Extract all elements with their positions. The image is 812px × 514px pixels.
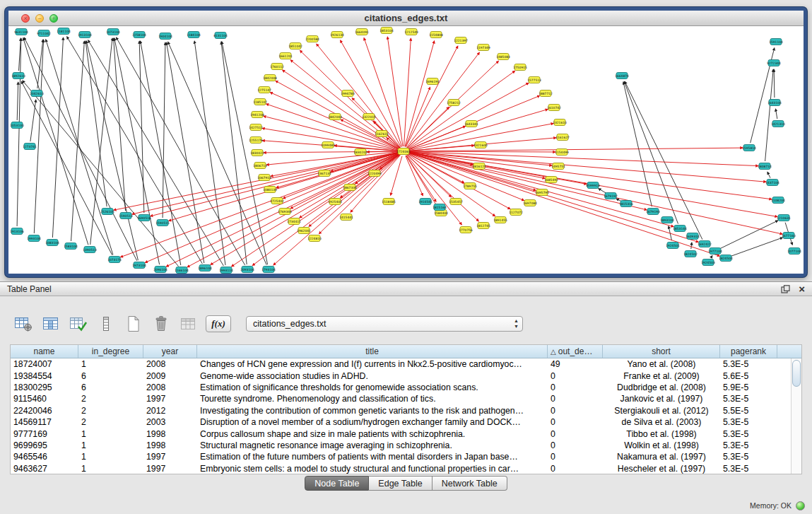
tab-edge-table[interactable]: Edge Table <box>369 476 432 491</box>
graph-node[interactable]: 1893104 <box>660 217 674 223</box>
graph-node[interactable]: 1595814 <box>742 145 756 151</box>
graph-node[interactable]: 1590513 <box>119 213 133 219</box>
table-cell-year[interactable]: 1998 <box>143 440 197 451</box>
table-cell-pagerank[interactable]: 5.3E-5 <box>720 463 777 474</box>
zoom-button[interactable]: + <box>49 14 58 23</box>
table-cell-short[interactable]: Jankovic et al. (1997) <box>603 393 720 404</box>
table-cell-year[interactable]: 2008 <box>143 358 197 370</box>
table-cell-title[interactable]: Changes of HCN gene expression and I(f) … <box>197 358 548 370</box>
table-cell-in_degree[interactable]: 1 <box>78 358 143 370</box>
graph-node[interactable]: 1067913 <box>257 175 271 181</box>
graph-node[interactable]: 1769344 <box>278 209 292 215</box>
graph-node[interactable]: 1816121 <box>472 163 486 170</box>
graph-node[interactable]: 8599913 <box>586 182 600 189</box>
graph-node[interactable]: 1770756 <box>459 227 473 233</box>
table-cell-year[interactable]: 1997 <box>143 393 197 404</box>
window-title-bar[interactable]: × − + citations_edges.txt <box>8 11 804 26</box>
close-button[interactable]: × <box>21 14 30 23</box>
table-cell-in_degree[interactable]: 6 <box>78 382 143 393</box>
table-scrollbar[interactable] <box>791 358 801 474</box>
graph-node[interactable]: 1750915 <box>513 64 527 71</box>
graph-node[interactable]: 1824502 <box>683 251 698 257</box>
export-table-button[interactable] <box>68 315 89 333</box>
table-cell-short[interactable]: Yano et al. (2008) <box>603 358 720 370</box>
graph-node[interactable]: 2096104 <box>153 267 167 273</box>
table-cell-out_degree[interactable]: 0 <box>548 416 603 428</box>
column-header-title[interactable]: title <box>197 345 548 358</box>
graph-node[interactable]: 1161627 <box>555 134 570 141</box>
table-row[interactable]: 1938455462009Genome-wide association stu… <box>11 370 790 381</box>
graph-node[interactable]: 1815164 <box>433 204 447 211</box>
table-cell-out_degree[interactable]: 0 <box>548 370 603 381</box>
tab-node-table[interactable]: Node Table <box>305 476 369 491</box>
graph-node[interactable]: 1610742 <box>547 105 561 111</box>
graph-node[interactable]: 1896104 <box>198 265 212 271</box>
graph-node[interactable]: 1679197 <box>604 193 618 199</box>
table-cell-pagerank[interactable]: 5.9E-5 <box>720 382 777 393</box>
table-cell-pagerank[interactable]: 5.3E-5 <box>720 428 777 439</box>
table-cell-name[interactable]: 14569117 <box>11 416 78 428</box>
table-settings-button[interactable] <box>13 315 34 333</box>
graph-node[interactable]: 1793104 <box>261 267 276 273</box>
table-cell-pagerank[interactable]: 5.6E-5 <box>720 370 777 381</box>
table-row[interactable]: 977716911998Corpus callosum shape and si… <box>11 428 790 439</box>
column-header-out_degree[interactable]: △out_de… <box>548 345 603 358</box>
graph-node[interactable]: 1789755 <box>463 183 477 189</box>
network-canvas[interactable]: 1724061185104216612011760112184200812751… <box>8 26 804 274</box>
graph-node[interactable]: 1185107 <box>253 99 267 105</box>
column-header-pagerank[interactable]: pagerank <box>720 345 777 358</box>
graph-node[interactable]: 1913106 <box>10 228 24 235</box>
graph-node[interactable]: 1224810 <box>307 235 322 242</box>
graph-node[interactable]: 2042610 <box>30 90 44 97</box>
table-cell-in_degree[interactable]: 1 <box>78 451 143 462</box>
table-cell-name[interactable]: 18300295 <box>11 382 78 393</box>
table-cell-short[interactable]: de Silva et al. (2003) <box>603 416 720 428</box>
graph-node[interactable]: 1853104 <box>379 28 394 34</box>
table-cell-title[interactable]: Estimation of significance thresholds fo… <box>197 382 548 393</box>
column-header-name[interactable]: name <box>11 345 78 358</box>
graph-node[interactable]: 1495751 <box>551 163 565 170</box>
table-cell-title[interactable]: Genome-wide association studies in ADHD. <box>197 370 548 381</box>
graph-node[interactable]: 1815316 <box>619 201 633 207</box>
graph-node[interactable]: 1824504 <box>719 255 733 262</box>
table-cell-short[interactable]: Franke et al. (2009) <box>603 370 720 381</box>
graph-node[interactable]: 1221397 <box>454 37 468 44</box>
graph-node[interactable]: 1734411 <box>287 218 301 225</box>
table-cell-year[interactable]: 1997 <box>143 451 197 462</box>
delete-table-button[interactable] <box>151 315 172 333</box>
graph-node[interactable]: 1590515 <box>155 220 170 226</box>
graph-node[interactable]: 1275147 <box>257 87 271 93</box>
graph-node[interactable]: 1830202 <box>353 149 367 156</box>
table-cell-year[interactable]: 2012 <box>143 405 197 416</box>
table-cell-out_degree[interactable]: 0 <box>548 440 603 451</box>
graph-node[interactable]: 9631104 <box>14 29 28 35</box>
table-cell-in_degree[interactable]: 2 <box>78 405 143 416</box>
graph-node[interactable]: 1535457 <box>449 199 463 205</box>
graph-node[interactable]: 1941208 <box>250 112 264 118</box>
create-table-button[interactable] <box>123 315 144 333</box>
graph-node[interactable]: 1696191 <box>425 78 440 85</box>
graph-node[interactable]: 1162615 <box>375 131 389 137</box>
graph-node[interactable]: 1421310 <box>771 121 785 127</box>
graph-node[interactable]: 1924503 <box>701 259 715 266</box>
graph-node[interactable]: 1643341 <box>464 121 478 127</box>
graph-node[interactable]: 1220493 <box>367 170 382 177</box>
tab-network-table[interactable]: Network Table <box>433 476 507 491</box>
float-panel-button[interactable] <box>781 285 790 293</box>
graph-node[interactable]: 1583104 <box>64 243 78 250</box>
graph-node[interactable]: 1154808 <box>429 32 443 38</box>
table-cell-year[interactable]: 1998 <box>143 428 197 439</box>
table-cell-title[interactable]: Embryonic stem cells: a model to study s… <box>197 463 548 474</box>
table-row[interactable]: 1830029562008Estimation of significance … <box>11 382 790 393</box>
table-row[interactable]: 1456911722003Disruption of a novel membe… <box>11 416 790 428</box>
table-cell-name[interactable]: 22420046 <box>11 405 78 416</box>
graph-node[interactable]: 1994783 <box>341 90 355 97</box>
graph-node[interactable]: 1609314 <box>686 233 700 240</box>
table-cell-title[interactable]: Investigating the contribution of common… <box>197 405 548 416</box>
table-cell-pagerank[interactable]: 5.3E-5 <box>720 358 777 370</box>
graph-node[interactable]: 1926134 <box>330 32 344 38</box>
table-cell-title[interactable]: Disruption of a novel member of a sodium… <box>197 416 548 428</box>
graph-node[interactable]: 1255176 <box>249 137 263 144</box>
graph-node[interactable]: 1812745 <box>476 223 490 229</box>
table-cell-name[interactable]: 9463627 <box>11 463 78 474</box>
